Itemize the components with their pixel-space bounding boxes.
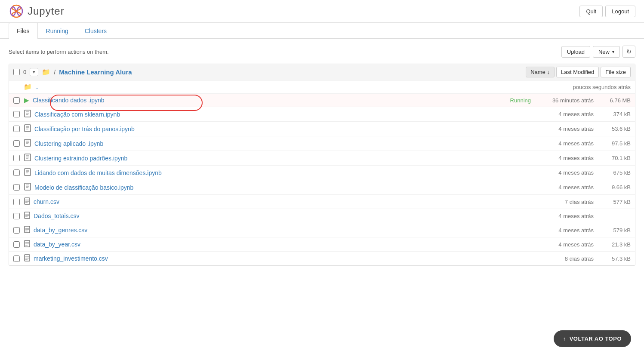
current-folder-name: Machine Learning Alura [59,68,132,76]
csv-file-icon [24,254,30,263]
svg-point-3 [17,7,22,15]
file-size: 97.5 kB [601,140,631,147]
parent-link[interactable]: .. [35,83,39,90]
file-meta: 4 meses atrás97.5 kB [493,140,631,147]
table-row: marketing_investimento.csv8 dias atrás57… [9,252,635,265]
file-name-link[interactable]: Classificação por trás do panos.ipynb [34,126,493,132]
row-checkbox[interactable] [13,169,20,176]
file-modified: 8 dias atrás [538,255,594,262]
file-name-link[interactable]: Classificação com sklearn.ipynb [34,111,493,118]
name-sort-icon: ↓ [547,69,550,75]
row-checkbox[interactable] [13,155,20,161]
notebook-icon [24,183,31,192]
row-checkbox[interactable] [13,140,20,147]
quit-button[interactable]: Quit [579,6,603,17]
file-size: 57.3 kB [601,255,631,262]
fb-header-right: Name ↓ Last Modified File size [526,67,631,77]
table-row: Modelo de classificação basico.ipynb4 me… [9,180,635,195]
row-checkbox[interactable] [13,97,20,104]
sort-by-modified-button[interactable]: Last Modified [556,67,599,77]
file-modified: 4 meses atrás [538,140,594,147]
table-row: ▶Classificando dados .ipynbRunning36 min… [9,94,635,107]
file-name-link[interactable]: Clustering extraindo padrões.ipynb [34,155,493,162]
select-all-checkbox[interactable] [13,69,20,75]
csv-file-icon [24,240,30,249]
file-meta: 4 meses atrás [493,213,631,219]
file-meta: Running36 minutos atrás6.76 MB [493,97,631,104]
file-modified: 4 meses atrás [538,227,594,234]
parent-row: 📁 .. poucos segundos atrás [9,80,635,94]
file-name-link[interactable]: Modelo de classificação basico.ipynb [34,184,493,191]
file-count: 0 [23,69,26,75]
header-buttons: Quit Logout [579,6,635,17]
notebook-icon [24,154,31,163]
notebook-icon [24,124,31,133]
notebook-icon [24,168,31,177]
file-name-link[interactable]: data_by_genres.csv [34,227,493,234]
file-size: 6.76 MB [601,97,631,104]
svg-rect-17 [25,154,31,161]
count-dropdown-button[interactable]: ▾ [30,68,38,76]
svg-point-4 [15,10,18,12]
svg-rect-13 [25,139,31,146]
file-name-link[interactable]: Dados_totais.csv [34,212,493,219]
row-checkbox[interactable] [13,111,20,117]
tab-files[interactable]: Files [9,23,38,39]
upload-button[interactable]: Upload [561,46,590,58]
table-row: Dados_totais.csv4 meses atrás [9,209,635,223]
file-modified: 4 meses atrás [538,111,594,117]
table-row: Lidando com dados de muitas dimensões.ip… [9,166,635,180]
file-name-link[interactable]: marketing_investimento.csv [34,255,493,262]
file-modified: 4 meses atrás [538,241,594,248]
file-modified: 4 meses atrás [538,155,594,161]
logout-button[interactable]: Logout [605,6,635,17]
new-button[interactable]: New ▾ [593,46,620,58]
select-hint: Select items to perform actions on them. [9,49,109,55]
refresh-button[interactable]: ↻ [622,46,635,58]
file-name-link[interactable]: Lidando com dados de muitas dimensões.ip… [34,169,493,176]
tab-clusters[interactable]: Clusters [77,23,115,39]
table-row: data_by_year.csv4 meses atrás21.3 kB [9,237,635,252]
file-modified: 7 dias atrás [538,199,594,205]
row-checkbox[interactable] [13,213,20,219]
file-meta: 4 meses atrás9.66 kB [493,184,631,191]
parent-folder-icon: 📁 [24,83,32,91]
row-checkbox[interactable] [13,227,20,234]
tab-running[interactable]: Running [38,23,77,39]
file-name-link[interactable]: churn.csv [34,198,493,205]
svg-rect-25 [25,183,31,190]
file-name-link[interactable]: data_by_year.csv [34,241,493,248]
notebook-icon [24,139,31,148]
new-dropdown-icon: ▾ [612,49,614,54]
file-meta: 8 dias atrás57.3 kB [493,255,631,262]
header: Jupyter Quit Logout [0,0,644,23]
table-row: Clustering aplicado .ipynb4 meses atrás9… [9,136,635,151]
row-checkbox[interactable] [13,255,20,262]
csv-file-icon [24,226,30,234]
file-meta: 4 meses atrás675 kB [493,169,631,176]
file-browser: 0 ▾ 📁 / Machine Learning Alura Name ↓ La… [9,64,635,266]
file-name-link[interactable]: Clustering aplicado .ipynb [34,140,493,147]
file-modified: 4 meses atrás [538,126,594,132]
file-name-link[interactable]: Classificando dados .ipynb [33,97,493,104]
toolbar-right: Upload New ▾ ↻ [561,46,635,58]
csv-file-icon [24,197,30,206]
notebook-icon [24,110,31,119]
row-checkbox[interactable] [13,241,20,248]
row-checkbox[interactable] [13,199,20,205]
running-badge: Running [510,97,531,104]
row-checkbox[interactable] [13,126,20,132]
table-row: Classificação com sklearn.ipynb4 meses a… [9,107,635,122]
file-size: 577 kB [601,199,631,205]
file-size: 374 kB [601,111,631,117]
file-meta: 7 dias atrás577 kB [493,199,631,205]
sort-by-name-button[interactable]: Name ↓ [526,67,555,77]
csv-file-icon [24,212,30,220]
sort-by-size-button[interactable]: File size [601,67,631,77]
table-row: Clustering extraindo padrões.ipynb4 mese… [9,151,635,166]
file-size: 70.1 kB [601,155,631,161]
row-checkbox[interactable] [13,184,20,191]
parent-modified: poucos segundos atrás [573,84,631,90]
file-modified: 4 meses atrás [538,213,594,219]
table-row: churn.csv7 dias atrás577 kB [9,195,635,209]
